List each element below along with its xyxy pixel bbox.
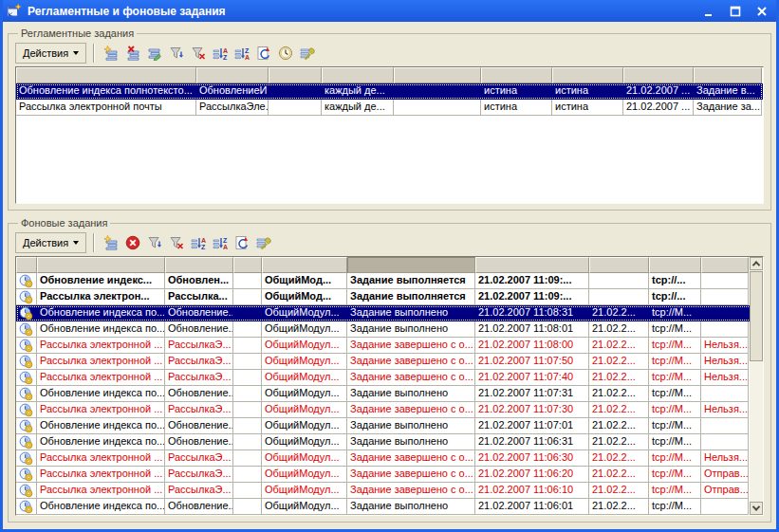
cell-scheduled-job: Обновление индекса по... — [37, 434, 165, 450]
maximize-icon[interactable] — [728, 4, 743, 19]
scheduled-job-row[interactable]: Рассылка электронной почты РассылкаЭле..… — [16, 100, 763, 116]
background-job-row[interactable]: Рассылка электронной ... РассылкаЭ... Об… — [16, 450, 763, 467]
background-job-row[interactable]: Обновление индекса по... Обновление... О… — [16, 418, 763, 434]
sort-asc-button[interactable]: A Z — [187, 232, 209, 253]
background-job-row[interactable]: Рассылка электронной ... РассылкаЭ... Об… — [16, 467, 763, 483]
scrollbar-thumb[interactable] — [750, 271, 763, 361]
cell-name: Обновление... — [165, 305, 233, 321]
refresh-button[interactable] — [231, 232, 252, 253]
column-header[interactable] — [37, 257, 165, 273]
filter-settings-icon — [147, 235, 162, 250]
cell-end: 21.02.2... — [589, 354, 649, 370]
column-header[interactable] — [694, 67, 762, 83]
clear-filter-icon — [169, 235, 184, 250]
background-job-row[interactable]: Обновление индекса по... Обновление... О… — [16, 305, 763, 321]
column-header[interactable] — [262, 257, 347, 273]
cell-state: Задание в... — [694, 83, 762, 100]
cell-errors — [701, 418, 749, 434]
minimize-icon[interactable] — [701, 4, 716, 19]
job-clock-icon — [16, 386, 37, 402]
add-job-button[interactable] — [100, 232, 121, 253]
column-header[interactable] — [233, 257, 262, 273]
cell-key — [233, 354, 262, 370]
filter-sort-button[interactable] — [165, 43, 187, 64]
cell-name: РассылкаЭ... — [165, 354, 233, 370]
cell-scheduled-job: Рассылка электронной ... — [37, 450, 165, 467]
cell-name: РассылкаЭ... — [165, 338, 233, 354]
column-header[interactable] — [475, 257, 589, 273]
cell-method: ОбщийМодул... — [262, 499, 347, 515]
scroll-up-icon[interactable] — [750, 257, 763, 270]
clear-filter-button[interactable] — [187, 43, 209, 64]
column-header[interactable] — [16, 257, 37, 273]
background-job-row[interactable]: Рассылка электрон... Рассылка... ОбщийМо… — [16, 289, 763, 305]
column-header[interactable] — [649, 257, 701, 273]
cell-method: ОбщийМодул... — [262, 483, 347, 499]
scroll-down-icon[interactable] — [750, 502, 763, 515]
edit-job-button[interactable] — [143, 43, 165, 64]
sort-desc-button[interactable]: Z A — [209, 232, 231, 253]
sort-desc-icon: Z A — [213, 235, 228, 250]
background-job-row[interactable]: Рассылка электронной ... РассылкаЭ... Об… — [16, 338, 763, 354]
column-header[interactable] — [322, 67, 394, 83]
background-job-row[interactable]: Обновление индекс... Обновлен... ОбщийМо… — [16, 273, 763, 289]
background-job-row[interactable]: Рассылка электронной ... РассылкаЭ... Об… — [16, 370, 763, 386]
filter-sort-button[interactable] — [143, 232, 165, 253]
cancel-job-button[interactable] — [121, 232, 143, 253]
job-clock-icon — [16, 450, 37, 467]
add-job-button[interactable] — [100, 43, 121, 64]
actions-menu-button[interactable]: Действия — [15, 43, 86, 64]
column-header[interactable] — [701, 257, 749, 273]
cell-server: tcp://М... — [649, 467, 701, 483]
background-job-row[interactable]: Обновление индекса по... Обновление... О… — [16, 499, 763, 515]
close-icon[interactable] — [754, 4, 770, 19]
delete-job-button[interactable] — [121, 43, 143, 64]
cell-method: ОбщийМодул... — [262, 418, 347, 434]
column-header[interactable] — [589, 257, 649, 273]
cell-name: Обновление... — [165, 434, 233, 450]
cell-errors: Нельзя... — [701, 370, 749, 386]
vertical-scrollbar[interactable] — [750, 257, 763, 515]
column-header[interactable] — [552, 67, 623, 83]
cell-key — [233, 450, 262, 467]
actions-menu-button[interactable]: Действия — [15, 232, 86, 253]
cell-start: 21.02.2007 11:08:01 — [475, 321, 589, 338]
cell-state: Задание выполнено — [347, 386, 475, 402]
column-header[interactable] — [165, 257, 233, 273]
column-header[interactable] — [196, 67, 269, 83]
column-header[interactable] — [623, 67, 694, 83]
job-clock-icon — [16, 418, 37, 434]
clear-filter-button[interactable] — [165, 232, 187, 253]
cell-scheduled-job: Рассылка электронной ... — [37, 402, 165, 418]
list-settings-button[interactable] — [296, 43, 318, 64]
sort-asc-button[interactable]: A Z — [209, 43, 231, 64]
column-header[interactable] — [347, 257, 475, 273]
cell-state: Задание завершено с о... — [347, 338, 475, 354]
job-clock-icon — [16, 338, 37, 354]
background-job-row[interactable]: Рассылка электронной ... РассылкаЭ... Об… — [16, 483, 763, 499]
cell-scheduled-job: Рассылка электронной ... — [37, 370, 165, 386]
cell-name: РассылкаЭ... — [165, 450, 233, 467]
cell-method: ОбщийМодул... — [262, 402, 347, 418]
cell-errors: Нельзя... — [701, 354, 749, 370]
column-header[interactable] — [16, 67, 196, 83]
scheduled-job-row[interactable]: Обновление индекса полнотексто... Обновл… — [16, 83, 763, 100]
cell-key — [233, 273, 262, 289]
cell-start: 21.02.2007 11:06:10 — [475, 483, 589, 499]
cell-scheduled-job: Обновление индекса по... — [37, 305, 165, 321]
refresh-button[interactable] — [252, 43, 274, 64]
cell-server: tcp://М... — [649, 321, 701, 338]
background-job-row[interactable]: Обновление индекса по... Обновление... О… — [16, 434, 763, 450]
column-header[interactable] — [269, 67, 322, 83]
list-settings-button[interactable] — [252, 232, 274, 253]
background-job-row[interactable]: Обновление индекса по... Обновление... О… — [16, 386, 763, 402]
column-header[interactable] — [481, 67, 552, 83]
schedule-button[interactable] — [274, 43, 296, 64]
cell-user — [394, 83, 481, 100]
background-job-row[interactable]: Обновление индекса по... Обновление... О… — [16, 321, 763, 338]
background-job-row[interactable]: Рассылка электронной ... РассылкаЭ... Об… — [16, 402, 763, 418]
column-header[interactable] — [394, 67, 481, 83]
background-job-row[interactable]: Рассылка электронной ... РассылкаЭ... Об… — [16, 354, 763, 370]
sort-desc-button[interactable]: Z A — [231, 43, 252, 64]
scheduled-jobs-table: Обновление индекса полнотексто... Обновл… — [15, 66, 764, 204]
